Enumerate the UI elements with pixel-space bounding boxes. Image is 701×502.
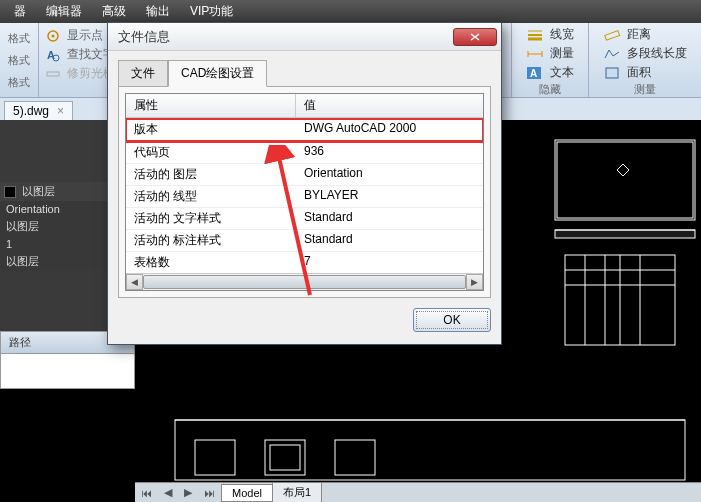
svg-point-1 <box>52 34 55 37</box>
property-key: 活动的 图层 <box>126 164 296 185</box>
tab-file[interactable]: 文件 <box>118 60 168 87</box>
group-label-hide: 隐藏 <box>522 82 578 97</box>
svg-rect-15 <box>555 140 695 220</box>
property-key: 代码页 <box>126 142 296 163</box>
tab-nav-last[interactable]: ⏭ <box>198 487 221 499</box>
property-row[interactable]: 活动的 标注样式Standard <box>126 230 483 252</box>
property-row[interactable]: 活动的 图层Orientation <box>126 164 483 186</box>
color-swatch <box>4 186 16 198</box>
property-key: 活动的 线型 <box>126 186 296 207</box>
svg-rect-31 <box>335 440 375 475</box>
text-icon: A <box>526 65 544 81</box>
scroll-left-arrow[interactable]: ◀ <box>126 274 143 290</box>
ribbon-format-group: 格式 格式 格式 <box>0 23 39 97</box>
svg-rect-14 <box>606 68 618 78</box>
bottom-tabs: ⏮ ◀ ▶ ⏭ Model 布局1 <box>135 482 701 502</box>
property-value: DWG AutoCAD 2000 <box>296 119 424 140</box>
dialog-tabs: 文件 CAD绘图设置 <box>118 59 491 86</box>
menubar: 器 编辑器 高级 输出 VIP功能 <box>0 0 701 23</box>
text-button[interactable]: A 文本 <box>522 63 578 82</box>
polyline-length-label: 多段线长度 <box>627 45 687 62</box>
menu-item[interactable]: 编辑器 <box>36 3 92 20</box>
property-table-header: 属性 值 <box>126 94 483 118</box>
property-row[interactable]: 版本DWG AutoCAD 2000 <box>126 119 483 141</box>
property-row[interactable]: 活动的 文字样式Standard <box>126 208 483 230</box>
svg-rect-13 <box>605 30 620 39</box>
ribbon-right: 线宽 测量 A 文本 隐藏 距离 多段线长度 面积 <box>511 23 701 97</box>
property-table-body[interactable]: 版本DWG AutoCAD 2000代码页936活动的 图层Orientatio… <box>126 118 483 273</box>
close-icon[interactable]: × <box>57 104 64 118</box>
property-value: Standard <box>296 208 361 229</box>
property-row[interactable]: 代码页936 <box>126 142 483 164</box>
format-label: 格式 <box>8 53 30 68</box>
dialog-titlebar[interactable]: 文件信息 <box>108 23 501 51</box>
property-value: 936 <box>296 142 332 163</box>
ribbon-group-measure: 距离 多段线长度 面积 测量 <box>588 23 701 97</box>
svg-rect-26 <box>175 420 685 480</box>
display-points-icon <box>45 28 61 44</box>
dialog-tab-content: 属性 值 版本DWG AutoCAD 2000代码页936活动的 图层Orien… <box>118 86 491 298</box>
svg-text:A: A <box>530 68 537 79</box>
col-value: 值 <box>296 94 324 117</box>
property-value: Standard <box>296 230 361 251</box>
property-key: 活动的 标注样式 <box>126 230 296 251</box>
col-property: 属性 <box>126 94 296 117</box>
file-info-dialog: 文件信息 文件 CAD绘图设置 属性 值 版本DWG AutoCAD 2000代… <box>107 22 502 345</box>
group-label-measure: 测量 <box>599 82 691 97</box>
find-text-icon: A <box>45 47 61 63</box>
linewidth-button[interactable]: 线宽 <box>522 25 578 44</box>
find-text-button[interactable]: A 查找文字 <box>45 46 115 63</box>
polyline-length-button[interactable]: 多段线长度 <box>599 44 691 63</box>
dialog-close-button[interactable] <box>453 28 497 46</box>
svg-rect-16 <box>557 142 693 218</box>
tab-cad-settings[interactable]: CAD绘图设置 <box>168 60 267 87</box>
svg-rect-4 <box>47 72 59 76</box>
tab-nav-next[interactable]: ▶ <box>178 486 198 499</box>
tab-model[interactable]: Model <box>221 484 273 502</box>
property-key: 活动的 文字样式 <box>126 208 296 229</box>
property-value: Orientation <box>296 164 371 185</box>
distance-label: 距离 <box>627 26 651 43</box>
close-x-icon <box>470 33 480 41</box>
horizontal-scrollbar[interactable]: ◀ ▶ <box>126 273 483 290</box>
property-row[interactable]: 活动的 线型BYLAYER <box>126 186 483 208</box>
menu-item[interactable]: 输出 <box>136 3 180 20</box>
property-row[interactable]: 表格数7 <box>126 252 483 273</box>
trim-light-icon <box>45 66 61 82</box>
path-body[interactable] <box>1 354 134 388</box>
dialog-body: 文件 CAD绘图设置 属性 值 版本DWG AutoCAD 2000代码页936… <box>108 51 501 344</box>
scroll-right-arrow[interactable]: ▶ <box>466 274 483 290</box>
property-table: 属性 值 版本DWG AutoCAD 2000代码页936活动的 图层Orien… <box>125 93 484 291</box>
polyline-len-icon <box>603 46 621 62</box>
trim-light-button[interactable]: 修剪光栅 <box>45 65 115 82</box>
measure-label: 测量 <box>550 45 574 62</box>
linewidth-label: 线宽 <box>550 26 574 43</box>
tab-nav-first[interactable]: ⏮ <box>135 487 158 499</box>
file-tab-name: 5).dwg <box>13 104 49 118</box>
property-key: 表格数 <box>126 252 296 273</box>
property-value: 7 <box>296 252 319 273</box>
svg-rect-17 <box>555 230 695 238</box>
menu-item[interactable]: 高级 <box>92 3 136 20</box>
display-points-button[interactable]: 显示点 <box>45 27 115 44</box>
svg-rect-30 <box>270 445 300 470</box>
area-button[interactable]: 面积 <box>599 63 691 82</box>
menu-item[interactable]: 器 <box>4 3 36 20</box>
property-value: BYLAYER <box>296 186 366 207</box>
file-tab[interactable]: 5).dwg × <box>4 101 73 120</box>
measure-icon <box>526 46 544 62</box>
display-points-label: 显示点 <box>67 27 103 44</box>
svg-rect-28 <box>195 440 235 475</box>
distance-button[interactable]: 距离 <box>599 25 691 44</box>
property-key: 版本 <box>126 119 296 140</box>
measure-button[interactable]: 测量 <box>522 44 578 63</box>
layer-label: 以图层 <box>22 184 55 199</box>
linewidth-icon <box>526 27 544 43</box>
tab-nav-prev[interactable]: ◀ <box>158 486 178 499</box>
scroll-thumb[interactable] <box>143 275 466 289</box>
tab-layout1[interactable]: 布局1 <box>272 482 322 502</box>
ok-button[interactable]: OK <box>413 308 491 332</box>
menu-item[interactable]: VIP功能 <box>180 3 243 20</box>
dialog-title: 文件信息 <box>118 28 453 46</box>
area-label: 面积 <box>627 64 651 81</box>
